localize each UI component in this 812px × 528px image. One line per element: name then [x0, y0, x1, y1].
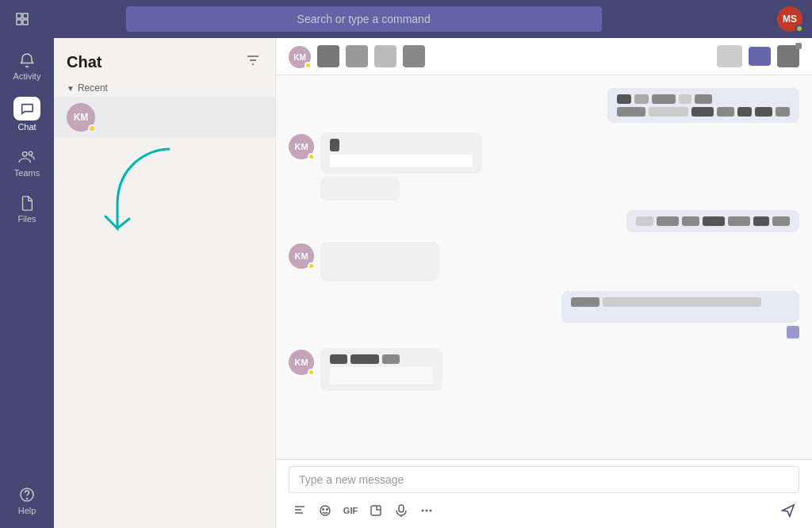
filter-button[interactable] [243, 51, 262, 73]
sidebar-item-teams[interactable]: Teams [5, 141, 49, 184]
teal-arrow-decoration [102, 141, 181, 244]
files-icon [17, 193, 36, 212]
sidebar-item-chat-label: Chat [17, 122, 36, 132]
help-icon [17, 485, 36, 504]
message-read-receipt [787, 326, 799, 339]
chat-list-item-km[interactable]: KM [54, 97, 275, 138]
call-icons [717, 45, 799, 67]
message-input-area: Type a new message GIF [276, 459, 812, 528]
sidebar-item-chat[interactable]: Chat [5, 90, 49, 138]
bell-icon [17, 51, 36, 70]
search-input[interactable] [126, 6, 602, 32]
svg-rect-12 [399, 505, 404, 512]
svg-rect-2 [17, 20, 21, 25]
recent-section-label[interactable]: ▼ Recent [54, 79, 275, 97]
app-bar: MS [0, 0, 812, 38]
chat-top-bar: KM [276, 38, 812, 75]
top-bar-icon-block-1 [717, 45, 742, 67]
chat-list-header: Chat [54, 38, 275, 79]
sidebar-item-activity[interactable]: Activity [5, 44, 49, 87]
send-button[interactable] [777, 499, 799, 522]
main-layout: Activity Chat Teams [0, 38, 812, 528]
format-button[interactable] [289, 499, 311, 522]
top-bar-icon-block-3[interactable] [777, 45, 799, 67]
chat-messages[interactable]: KM [276, 75, 812, 459]
svg-point-15 [426, 510, 428, 512]
sidebar-item-teams-label: Teams [14, 168, 40, 178]
top-bar-km-avatar: KM [289, 46, 311, 68]
svg-point-9 [323, 509, 324, 511]
msg-avatar-km-2: KM [289, 134, 314, 159]
top-bar-avatar-2 [317, 45, 339, 67]
svg-point-14 [422, 510, 424, 512]
svg-rect-11 [371, 506, 381, 515]
expand-icon[interactable] [10, 6, 35, 32]
teams-icon [17, 147, 36, 166]
msg-away-dot-4 [308, 262, 315, 270]
message-bubble-1 [607, 88, 799, 123]
more-options-button[interactable] [416, 499, 438, 522]
sticker-button[interactable] [365, 499, 387, 522]
msg-avatar-km-6: KM [289, 350, 314, 375]
msg-away-dot-6 [308, 369, 315, 376]
sidebar-item-files[interactable]: Files [5, 187, 49, 230]
message-bubble-5 [561, 291, 799, 323]
msg-away-dot-2 [308, 153, 315, 160]
top-bar-avatar-5 [403, 45, 425, 67]
chat-icon-wrapper [13, 97, 40, 121]
message-row-1 [289, 88, 799, 123]
user-avatar[interactable]: MS [777, 6, 802, 32]
svg-point-8 [320, 506, 330, 515]
message-bubble-2b [320, 177, 400, 201]
message-bubble-2 [320, 132, 482, 174]
svg-rect-0 [17, 13, 21, 18]
audio-button[interactable] [390, 499, 412, 522]
chat-panel-title: Chat [67, 53, 102, 71]
svg-point-4 [23, 152, 28, 157]
message-bubble-6 [320, 348, 442, 391]
emoji-button[interactable] [314, 499, 336, 522]
top-bar-away-dot [304, 62, 312, 69]
sidebar-item-files-label: Files [17, 214, 36, 224]
message-bubble-3 [626, 210, 799, 232]
message-bubble-4 [320, 242, 439, 281]
message-row-3 [289, 210, 799, 232]
sidebar-item-help-label: Help [18, 506, 36, 515]
svg-rect-3 [23, 20, 28, 25]
top-bar-avatar-4 [374, 45, 396, 67]
svg-point-7 [27, 499, 28, 499]
chevron-icon: ▼ [67, 84, 75, 93]
gif-button[interactable]: GIF [339, 499, 362, 522]
message-row-2: KM [289, 132, 799, 201]
msg-avatar-km-4: KM [289, 243, 314, 269]
message-row-5 [289, 291, 799, 339]
message-input-box[interactable]: Type a new message [289, 466, 799, 493]
svg-point-10 [327, 509, 328, 511]
svg-point-16 [430, 510, 432, 512]
top-bar-avatar-3 [346, 45, 368, 67]
online-status-dot [795, 25, 803, 33]
sidebar-nav: Activity Chat Teams [0, 38, 54, 528]
chat-list-panel: Chat ▼ Recent KM [54, 38, 276, 528]
sidebar-item-help[interactable]: Help [5, 479, 49, 522]
chat-main: KM [276, 38, 812, 528]
top-bar-icon-block-2 [749, 47, 771, 66]
message-row-4: KM [289, 242, 799, 281]
input-toolbar: GIF [289, 499, 799, 522]
svg-rect-1 [23, 13, 28, 18]
message-row-6: KM [289, 348, 799, 391]
sidebar-item-label: Activity [13, 71, 41, 81]
away-status-dot [88, 124, 96, 132]
chat-item-avatar: KM [67, 103, 95, 132]
svg-point-5 [29, 151, 33, 155]
